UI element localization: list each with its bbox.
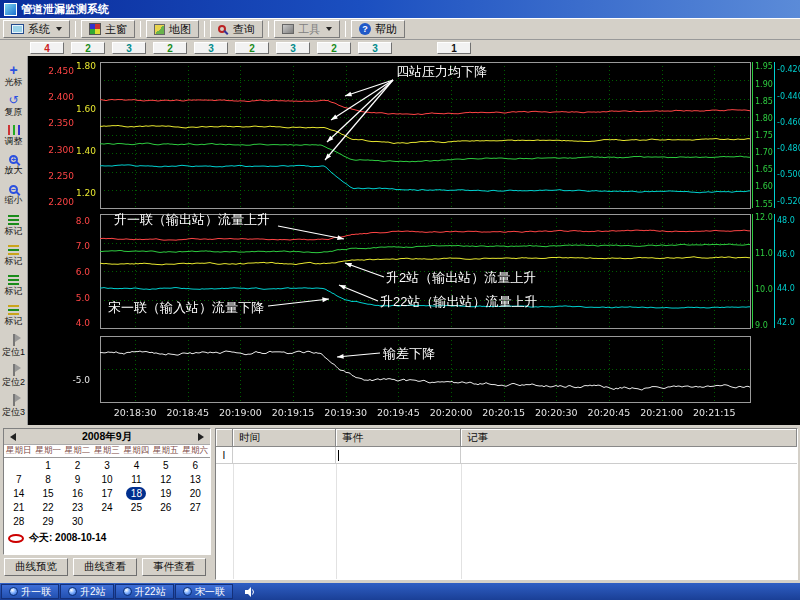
menu-help-button[interactable]: 帮助 bbox=[351, 20, 405, 38]
event-table-body[interactable] bbox=[216, 464, 797, 580]
tool-locate-1-button[interactable]: 定位1 bbox=[1, 330, 27, 360]
event-table-header: 时间事件记事 bbox=[216, 429, 797, 447]
map-icon bbox=[154, 24, 165, 35]
calendar-day[interactable]: 19 bbox=[151, 486, 180, 500]
event-table-column-header[interactable]: 时间 bbox=[233, 429, 336, 447]
tool-zoom-out-button[interactable]: 缩小 bbox=[1, 180, 27, 210]
calendar-day[interactable]: 11 bbox=[122, 472, 151, 486]
chart-annotation-label: 升一联（输出站）流量上升 bbox=[114, 212, 270, 227]
calendar-day[interactable]: 6 bbox=[181, 458, 210, 472]
calendar-today-row[interactable]: 今天: 2008-10-14 bbox=[4, 528, 210, 545]
calendar-day[interactable]: 3 bbox=[92, 458, 121, 472]
menu-main-window-button[interactable]: 主窗 bbox=[81, 20, 135, 38]
tool-locate-3-button[interactable]: 定位3 bbox=[1, 390, 27, 420]
channel-tab-2[interactable]: 2 bbox=[153, 42, 187, 54]
calendar-day[interactable]: 16 bbox=[63, 486, 92, 500]
calendar-prev-button[interactable] bbox=[10, 433, 16, 441]
titlebar: 管道泄漏监测系统 bbox=[0, 0, 800, 18]
today-marker-icon bbox=[8, 534, 24, 543]
channel-tab-3[interactable]: 3 bbox=[194, 42, 228, 54]
tool-locate-2-button[interactable]: 定位2 bbox=[1, 360, 27, 390]
calendar-title: 2008年9月 bbox=[82, 430, 132, 444]
channel-tab-3[interactable]: 3 bbox=[358, 42, 392, 54]
calendar-day[interactable]: 27 bbox=[181, 500, 210, 514]
calendar-day[interactable]: 8 bbox=[33, 472, 62, 486]
calendar-day[interactable]: 18 bbox=[122, 486, 151, 500]
calendar-day[interactable]: 29 bbox=[33, 514, 62, 528]
channel-tab-3[interactable]: 3 bbox=[112, 42, 146, 54]
taskbar-station-song-1-lian[interactable]: 宋一联 bbox=[175, 584, 233, 599]
calendar-day[interactable]: 15 bbox=[33, 486, 62, 500]
tool-mark-4-button[interactable]: 标记 bbox=[1, 300, 27, 330]
mark-b-icon bbox=[8, 245, 19, 255]
curve-preview-button[interactable]: 曲线预览 bbox=[4, 558, 68, 576]
calendar-day[interactable]: 14 bbox=[4, 486, 33, 500]
calendar-day[interactable]: 25 bbox=[122, 500, 151, 514]
event-table-row[interactable]: I bbox=[216, 447, 797, 464]
calendar-day[interactable]: 1 bbox=[33, 458, 62, 472]
calendar-day[interactable]: 24 bbox=[92, 500, 121, 514]
calendar-day[interactable]: 4 bbox=[122, 458, 151, 472]
menu-map-button[interactable]: 地图 bbox=[146, 20, 199, 38]
chart-annotation-label: 升2站（输出站）流量上升 bbox=[386, 270, 536, 285]
curve-view-button[interactable]: 曲线查看 bbox=[73, 558, 137, 576]
calendar-day[interactable]: 20 bbox=[181, 486, 210, 500]
tool-adjust-button[interactable]: 调整 bbox=[1, 120, 27, 150]
toolbar-separator bbox=[204, 21, 205, 37]
chart-annotation-label: 升22站（输出站）流量上升 bbox=[380, 294, 537, 309]
station-icon bbox=[9, 587, 18, 596]
calendar-day[interactable]: 12 bbox=[151, 472, 180, 486]
channel-tab-1[interactable]: 1 bbox=[437, 42, 471, 54]
channel-tab-4[interactable]: 4 bbox=[30, 42, 64, 54]
channel-tab-2[interactable]: 2 bbox=[317, 42, 351, 54]
tool-zoom-in-button[interactable]: 放大 bbox=[1, 150, 27, 180]
speaker-icon[interactable] bbox=[244, 586, 256, 598]
calendar-day[interactable]: 9 bbox=[63, 472, 92, 486]
channel-tab-2[interactable]: 2 bbox=[71, 42, 105, 54]
event-table-column-header[interactable]: 事件 bbox=[336, 429, 461, 447]
tool-mark-2-button[interactable]: 标记 bbox=[1, 240, 27, 270]
chart-tool-sidebar: 光标复原调整放大缩小标记标记标记标记定位1定位2定位3 bbox=[0, 56, 28, 425]
calendar-day[interactable]: 30 bbox=[63, 514, 92, 528]
calendar-day[interactable]: 22 bbox=[33, 500, 62, 514]
calendar-day[interactable]: 26 bbox=[151, 500, 180, 514]
event-time-cell[interactable] bbox=[233, 447, 336, 463]
trend-chart-canvas[interactable] bbox=[28, 56, 800, 425]
event-note-cell[interactable] bbox=[461, 447, 797, 463]
calendar-day[interactable]: 2 bbox=[63, 458, 92, 472]
tools-icon bbox=[282, 24, 294, 34]
channel-tab-2[interactable]: 2 bbox=[235, 42, 269, 54]
taskbar-station-sheng-1-lian[interactable]: 升一联 bbox=[1, 584, 59, 599]
taskbar-station-sheng-2-station[interactable]: 升2站 bbox=[60, 584, 114, 599]
menu-tools-button[interactable]: 工具 bbox=[274, 20, 340, 38]
bottom-panel: 2008年9月 星期日星期一星期二星期三星期四星期五星期六 1234567891… bbox=[0, 425, 800, 583]
mark-b-icon bbox=[8, 305, 19, 315]
event-name-cell[interactable] bbox=[336, 447, 461, 463]
calendar-day[interactable]: 21 bbox=[4, 500, 33, 514]
tool-mark-1-button[interactable]: 标记 bbox=[1, 210, 27, 240]
calendar-next-button[interactable] bbox=[198, 433, 204, 441]
locate-icon bbox=[13, 334, 15, 346]
calendar-day[interactable]: 7 bbox=[4, 472, 33, 486]
calendar-day[interactable]: 28 bbox=[4, 514, 33, 528]
menu-query-button[interactable]: 查询 bbox=[210, 20, 263, 38]
event-table-column-header[interactable]: 记事 bbox=[461, 429, 797, 447]
tool-cursor-button[interactable]: 光标 bbox=[1, 60, 27, 90]
dropdown-arrow-icon bbox=[326, 27, 332, 31]
help-icon bbox=[359, 23, 371, 35]
trend-chart-region[interactable]: 四站压力均下降升一联（输出站）流量上升升2站（输出站）流量上升升22站（输出站）… bbox=[28, 56, 800, 425]
tool-restore-button[interactable]: 复原 bbox=[1, 90, 27, 120]
calendar-day[interactable]: 13 bbox=[181, 472, 210, 486]
tool-mark-3-button[interactable]: 标记 bbox=[1, 270, 27, 300]
calendar-day[interactable]: 17 bbox=[92, 486, 121, 500]
calendar-day[interactable]: 23 bbox=[63, 500, 92, 514]
taskbar-station-sheng-22-station[interactable]: 升22站 bbox=[115, 584, 174, 599]
menu-system-button[interactable]: 系统 bbox=[3, 20, 70, 38]
chart-annotation-label: 四站压力均下降 bbox=[396, 64, 487, 79]
mark-a-icon bbox=[8, 215, 19, 225]
event-view-button[interactable]: 事件查看 bbox=[142, 558, 206, 576]
channel-tab-3[interactable]: 3 bbox=[276, 42, 310, 54]
calendar-day[interactable]: 10 bbox=[92, 472, 121, 486]
window-title: 管道泄漏监测系统 bbox=[21, 2, 109, 17]
calendar-day[interactable]: 5 bbox=[151, 458, 180, 472]
